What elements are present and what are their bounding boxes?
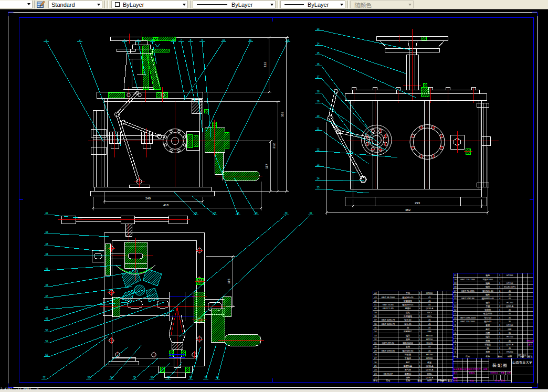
bom-cell-text: 下箱体 xyxy=(405,357,411,359)
bom-cell-text: Q235-A xyxy=(426,307,433,310)
bom-cell-text: HT200 xyxy=(426,292,433,294)
cad-text: 质量 xyxy=(520,355,524,358)
bom-cell-text: 蜗轮 xyxy=(486,285,490,288)
cad-geometry xyxy=(192,99,202,113)
leader-number: 30 xyxy=(284,212,288,215)
organization-text: 山西农业大学 xyxy=(512,361,532,364)
object-properties-toolbar: Standard ByLayer ByLayer ByLayer 随颜色 xyxy=(0,0,548,9)
bom-cell-text: 65Mn xyxy=(427,373,433,375)
bom-cell-text: 销4×30 xyxy=(484,320,492,323)
leader-number: 48 xyxy=(45,306,48,309)
bom-cell-text: 垫片 xyxy=(486,328,490,331)
bom-cell-text: 底座 xyxy=(486,351,490,353)
title-block-label: 标准化 xyxy=(469,372,475,374)
cad-geometry xyxy=(185,367,189,372)
bom-cell-text: 25 xyxy=(374,365,377,367)
bom-cell-text: 螺栓M10×40 xyxy=(482,297,494,300)
leader-number: 8 xyxy=(190,39,192,41)
dim-label: 249 xyxy=(145,197,151,200)
bom-cell-text: 螺栓M8×30 xyxy=(403,349,414,352)
bom-cell-text: 45 xyxy=(428,326,431,329)
lineweight-control-combo[interactable]: ByLayer xyxy=(280,1,345,8)
bom-cell-text: 锥齿轮 xyxy=(484,309,491,311)
linetype-control-combo[interactable]: ByLayer xyxy=(193,1,276,8)
dim-label: 293 xyxy=(415,202,420,205)
bom-cell-text: 38 xyxy=(374,315,377,317)
leader-number: 17 xyxy=(317,76,320,78)
leader-number: 11 xyxy=(249,39,252,41)
dim-label: 352 xyxy=(281,111,284,117)
leader-number: 20 xyxy=(317,115,320,118)
bom-header-text: 材料 xyxy=(508,355,512,358)
bom-cell-text: 40Cr xyxy=(427,315,433,317)
bom-cell-text: 44 xyxy=(374,292,377,294)
bom-cell-text: 调整垫片 xyxy=(404,330,412,333)
bom-cell-text: 45 xyxy=(509,340,511,342)
bom-header-text: 材料 xyxy=(427,379,432,382)
style-manager-button[interactable] xyxy=(36,1,47,8)
leader-number: 22 xyxy=(317,149,320,151)
leader-number: 23 xyxy=(317,164,320,166)
named-view-combo[interactable] xyxy=(0,1,33,8)
bom-cell-text: 30 xyxy=(374,345,377,348)
bom-cell-text: 螺钉M8×25 xyxy=(403,303,414,306)
chevron-down-icon xyxy=(97,4,100,6)
bom-cell-text: 蜗杆 xyxy=(486,293,490,296)
toolbar-separator xyxy=(108,1,109,8)
title-block-label: 质量 xyxy=(501,372,505,374)
dim-label: 122 xyxy=(264,61,267,67)
toolbar-separator xyxy=(104,1,106,8)
bom-cell-text: HT150 xyxy=(426,338,433,341)
text-style-combo[interactable]: Standard xyxy=(48,1,102,8)
bom-cell-text: 32 xyxy=(374,338,377,341)
bom-cell-text: GB/T 276-1994 xyxy=(460,278,476,281)
bom-cell-text: Q235-A xyxy=(426,365,433,367)
leader-number: 36 xyxy=(150,376,153,379)
bom-header-text: 备注 xyxy=(448,379,452,382)
bom-cell-text: 45 xyxy=(428,300,431,302)
toolbar-separator xyxy=(190,1,191,8)
bom-cell-text: HT200 xyxy=(507,351,513,353)
bom-header-text: 代号 xyxy=(386,379,391,382)
color-control-combo[interactable]: ByLayer xyxy=(111,1,188,8)
cad-geometry xyxy=(142,37,175,40)
lineweight-glyph xyxy=(284,4,304,5)
drawing-canvas[interactable]: 1234567891011121314151617181920212223242… xyxy=(0,0,548,392)
bom-cell-text: 键8×40 xyxy=(404,319,412,321)
bom-header-text: 序号 xyxy=(453,355,458,358)
dim-label: 212 xyxy=(272,143,276,149)
bom-cell-text: 箱盖 xyxy=(486,274,490,277)
leader-number: 31 xyxy=(309,212,312,215)
bom-header-text: 数量 xyxy=(498,355,502,358)
bom-cell-text: 45 xyxy=(428,349,431,352)
bom-cell-text: GB/T 1096-79 xyxy=(381,319,395,321)
bom-cell-text: 45 xyxy=(428,345,431,348)
leader-number: 9 xyxy=(202,39,203,41)
toolbar-separator xyxy=(34,1,35,8)
cad-geometry xyxy=(205,128,225,152)
command-line-edge xyxy=(0,389,548,392)
title-block-label: 分区 xyxy=(462,368,467,370)
bom-cell-text: 垫片 xyxy=(406,361,410,364)
title-block-label: 设计 xyxy=(454,372,458,374)
title-block-label: 批准 xyxy=(470,379,474,382)
bom-cell-text: 轴 xyxy=(487,347,489,349)
dim-label: 115 xyxy=(227,279,230,284)
cad-geometry xyxy=(215,152,223,174)
leader-number: 44 xyxy=(45,253,48,256)
cad-geometry xyxy=(128,253,143,259)
leader-number: 7 xyxy=(181,39,182,41)
bom-cell-text: HT150 xyxy=(507,335,513,338)
dim-label: 117 xyxy=(265,164,268,169)
cad-geometry xyxy=(153,37,157,40)
cad-geometry xyxy=(134,285,145,295)
bom-cell-text: 滚花 xyxy=(528,343,532,346)
cad-geometry xyxy=(105,243,110,275)
plotstyle-control-combo[interactable]: 随颜色 xyxy=(350,1,414,8)
leader-number: 6 xyxy=(173,39,174,41)
bom-cell-text: 27 xyxy=(374,357,377,359)
bom-cell-text: 34 xyxy=(374,330,377,333)
bom-cell-text: 12 xyxy=(454,309,457,311)
cad-geometry xyxy=(421,37,426,40)
bom-header-text: 名称 xyxy=(486,355,490,358)
